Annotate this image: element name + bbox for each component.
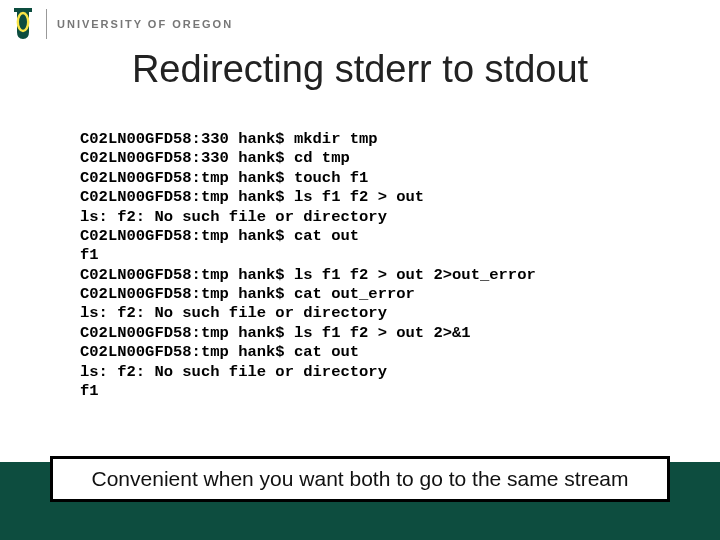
terminal-line: ls: f2: No such file or directory: [80, 304, 387, 322]
terminal-line: C02LN00GFD58:tmp hank$ ls f1 f2 > out 2>…: [80, 266, 536, 284]
terminal-line: C02LN00GFD58:tmp hank$ ls f1 f2 > out 2>…: [80, 324, 471, 342]
header: UNIVERSITY OF OREGON: [10, 6, 233, 42]
header-divider: [46, 9, 47, 39]
terminal-output: C02LN00GFD58:330 hank$ mkdir tmp C02LN00…: [80, 130, 640, 401]
terminal-line: ls: f2: No such file or directory: [80, 208, 387, 226]
terminal-line: f1: [80, 382, 99, 400]
caption-box: Convenient when you want both to go to t…: [50, 456, 670, 502]
caption-text: Convenient when you want both to go to t…: [92, 467, 629, 490]
slide: UNIVERSITY OF OREGON Redirecting stderr …: [0, 0, 720, 540]
terminal-line: C02LN00GFD58:330 hank$ cd tmp: [80, 149, 350, 167]
terminal-line: f1: [80, 246, 99, 264]
university-name: UNIVERSITY OF OREGON: [57, 18, 233, 30]
terminal-line: C02LN00GFD58:tmp hank$ touch f1: [80, 169, 368, 187]
terminal-line: C02LN00GFD58:tmp hank$ cat out_error: [80, 285, 415, 303]
slide-title: Redirecting stderr to stdout: [0, 48, 720, 91]
terminal-line: C02LN00GFD58:tmp hank$ ls f1 f2 > out: [80, 188, 424, 206]
terminal-line: C02LN00GFD58:tmp hank$ cat out: [80, 227, 359, 245]
uo-logo-icon: [10, 6, 36, 42]
terminal-line: ls: f2: No such file or directory: [80, 363, 387, 381]
terminal-line: C02LN00GFD58:330 hank$ mkdir tmp: [80, 130, 378, 148]
terminal-line: C02LN00GFD58:tmp hank$ cat out: [80, 343, 359, 361]
